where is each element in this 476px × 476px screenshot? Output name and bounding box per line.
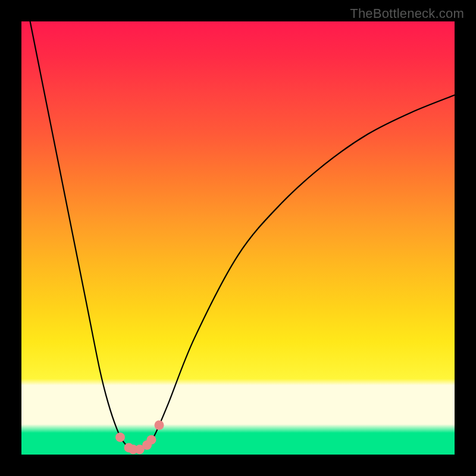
attribution-text: TheBottleneck.com (350, 6, 464, 21)
plot-area (21, 21, 455, 455)
highlight-markers (115, 421, 164, 455)
highlight-marker (155, 421, 164, 430)
chart-svg (21, 21, 455, 455)
bottleneck-curve (30, 21, 455, 450)
chart-frame: TheBottleneck.com (0, 0, 476, 476)
highlight-marker (146, 435, 156, 444)
highlight-marker (115, 433, 125, 442)
